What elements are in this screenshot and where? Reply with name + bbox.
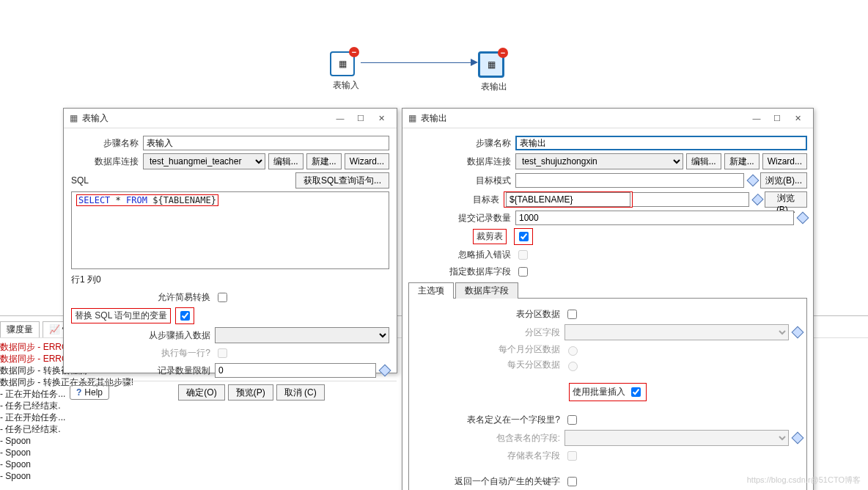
new-connection-button[interactable]: 新建... — [724, 153, 760, 169]
label-name-field: 包含表名的字段: — [413, 432, 560, 445]
label-part-day: 每天分区数据 — [413, 359, 560, 371]
table-input-ext[interactable] — [633, 192, 749, 207]
label-part-field: 分区字段 — [413, 326, 560, 339]
close-button[interactable]: ✕ — [372, 111, 391, 125]
name-field-select — [564, 430, 789, 446]
maximize-button[interactable]: ☐ — [351, 111, 370, 125]
browse-table-button[interactable]: 浏览(B)... — [765, 191, 807, 208]
transformation-canvas: ▦ − 表输入 ▦ − 表输出 — [0, 44, 868, 110]
specify-fields-checkbox[interactable] — [518, 267, 528, 277]
step-name-input[interactable] — [143, 136, 389, 150]
preview-button[interactable]: 预览(P) — [228, 384, 273, 401]
name-in-field-checkbox[interactable] — [567, 415, 577, 425]
step-label: 表输出 — [478, 81, 510, 93]
table-input-icon: ▦ — [339, 59, 347, 69]
label-step-name: 步骤名称 — [408, 137, 511, 150]
get-sql-button[interactable]: 获取SQL查询语句... — [295, 172, 389, 189]
minimize-button[interactable]: — — [747, 111, 766, 125]
tab-main[interactable]: 主选项 — [408, 282, 454, 299]
tab-metrics[interactable]: 骤度量 — [0, 321, 40, 338]
dialog-title: 表输出 — [421, 112, 447, 125]
log-line: - Spoon — [0, 435, 70, 447]
label-from-step: 从步骤插入数据 — [71, 329, 210, 342]
variable-icon — [751, 194, 763, 205]
limit-input[interactable] — [215, 363, 376, 378]
sql-textarea[interactable]: SELECT * FROM ${TABLENAME} — [71, 191, 389, 269]
hop-arrow[interactable] — [361, 62, 471, 63]
log-line: - Spoon — [0, 447, 70, 458]
cancel-button[interactable]: 取消 (C) — [276, 384, 325, 401]
dialog-table-input: ▦ 表输入 — ☐ ✕ 步骤名称 数据库连接 test_huangmei_tea… — [63, 108, 397, 373]
label-partition: 表分区数据 — [413, 308, 560, 321]
label-batch: 使用批量插入 — [573, 386, 625, 398]
from-step-select[interactable] — [215, 327, 389, 343]
table-output-icon: ▦ — [488, 59, 496, 70]
variable-icon — [379, 365, 391, 377]
new-connection-button[interactable]: 新建... — [306, 153, 342, 169]
log-line: - 任务已经结束. — [0, 423, 70, 435]
dialog-title: 表输入 — [82, 112, 108, 125]
commit-size-input[interactable] — [515, 211, 794, 225]
ok-button[interactable]: 确定(O) — [178, 384, 224, 401]
maximize-button[interactable]: ☐ — [768, 111, 787, 125]
dialog-icon: ▦ — [70, 113, 78, 123]
label-limit: 记录数量限制 — [71, 365, 210, 377]
log-line: 数据同步 - 转换正在杀死其他步骤! — [0, 376, 70, 388]
wizard-button[interactable]: Wizard... — [762, 153, 807, 169]
variable-icon — [792, 432, 804, 445]
label-name-in-field: 表名定义在一个字段里? — [413, 414, 560, 426]
dialog-table-output: ▦ 表输出 — ☐ ✕ 步骤名称 数据库连接 test_shujuzhongxi… — [402, 108, 814, 490]
log-line: - Spoon — [0, 470, 70, 482]
replace-vars-checkbox[interactable] — [180, 311, 190, 321]
label-each-row: 执行每一行? — [71, 347, 210, 359]
log-line: 数据同步 - ERROR — [0, 353, 70, 365]
part-month-radio — [568, 346, 578, 356]
label-specify-fields: 指定数据库字段 — [408, 266, 511, 278]
ignore-errors-checkbox — [518, 250, 528, 260]
log-line: - 正在开始任务... — [0, 388, 70, 400]
label-db-conn: 数据库连接 — [408, 156, 511, 168]
label-db-conn: 数据库连接 — [71, 156, 139, 168]
label-ignore-err: 忽略插入错误 — [408, 249, 511, 261]
log-line: - Spoon — [0, 458, 70, 470]
titlebar[interactable]: ▦ 表输出 — ☐ ✕ — [402, 109, 813, 128]
step-name-input[interactable] — [515, 136, 807, 150]
label-table: 目标表 — [408, 194, 499, 206]
db-connection-select[interactable]: test_shujuzhongxin — [515, 153, 683, 169]
edit-connection-button[interactable]: 编辑... — [268, 153, 304, 169]
step-table-input[interactable]: ▦ − 表输入 — [330, 51, 362, 84]
edit-connection-button[interactable]: 编辑... — [686, 153, 721, 169]
label-store-name: 存储表名字段 — [413, 450, 560, 462]
partition-field-select — [564, 324, 789, 340]
tabs: 主选项 数据库字段 — [408, 282, 807, 299]
partition-checkbox[interactable] — [567, 310, 577, 319]
tab-db-fields[interactable]: 数据库字段 — [455, 282, 518, 299]
label-schema: 目标模式 — [408, 175, 511, 187]
minimize-button[interactable]: — — [331, 111, 350, 125]
db-connection-select[interactable]: test_huangmei_teacher — [143, 153, 265, 169]
error-badge-icon: − — [349, 47, 359, 57]
label-part-month: 每个月分区数据 — [413, 343, 560, 356]
each-row-checkbox — [218, 348, 227, 358]
batch-insert-checkbox[interactable] — [631, 387, 641, 397]
table-input[interactable] — [506, 192, 630, 207]
return-key-checkbox[interactable] — [567, 477, 577, 486]
label-sql: SQL — [71, 175, 89, 186]
titlebar[interactable]: ▦ 表输入 — ☐ ✕ — [64, 109, 397, 128]
help-button[interactable]: ? Help — [70, 385, 109, 400]
simple-conversion-checkbox[interactable] — [218, 293, 227, 302]
label-step-name: 步骤名称 — [71, 137, 139, 150]
step-table-output[interactable]: ▦ − 表输出 — [478, 51, 510, 84]
wizard-button[interactable]: Wizard... — [345, 153, 389, 169]
variable-icon — [747, 175, 760, 187]
truncate-checkbox[interactable] — [519, 232, 529, 241]
log-line: - 任务已经结束. — [0, 400, 70, 412]
log-line: - 正在开始任务... — [0, 412, 70, 423]
label-replace-vars: 替换 SQL 语句里的变量 — [71, 308, 171, 323]
browse-schema-button[interactable]: 浏览(B)... — [760, 172, 807, 189]
log-line: 数据同步 - 转换被检测 — [0, 365, 70, 376]
close-button[interactable]: ✕ — [788, 111, 807, 125]
label-simple-conversion: 允许简易转换 — [71, 291, 210, 304]
schema-input[interactable] — [515, 173, 744, 188]
error-badge-icon: − — [498, 48, 508, 58]
